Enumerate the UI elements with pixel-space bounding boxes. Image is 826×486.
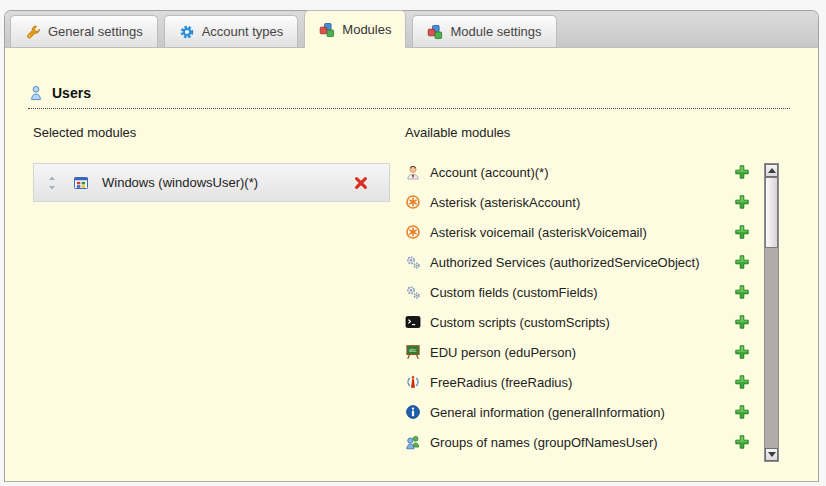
terminal-icon — [405, 314, 421, 330]
add-icon — [734, 284, 750, 300]
add-icon — [734, 224, 750, 240]
group-icon — [405, 434, 421, 450]
chalkboard-icon: abc — [405, 344, 421, 360]
scrollbar-track[interactable] — [765, 177, 778, 448]
tab-general-settings[interactable]: General settings — [10, 15, 158, 47]
selected-modules-label: Selected modules — [33, 125, 136, 140]
add-icon — [734, 404, 750, 420]
info-icon — [405, 404, 421, 420]
add-module-button[interactable] — [734, 224, 750, 240]
wrench-icon — [25, 24, 41, 40]
antenna-icon — [405, 374, 421, 390]
triangle-down-icon — [768, 452, 776, 457]
scroll-up-button[interactable] — [765, 164, 778, 177]
add-module-button[interactable] — [734, 284, 750, 300]
available-module-label: Custom scripts (customScripts) — [430, 315, 610, 330]
add-icon — [734, 254, 750, 270]
available-modules-list: Account (account)(*) Asterisk (asteriskA… — [405, 157, 753, 457]
tab-account-types[interactable]: Account types — [164, 15, 299, 47]
selected-module-row: Windows (windowsUser)(*) — [33, 163, 390, 202]
add-icon — [734, 344, 750, 360]
windows-icon — [73, 175, 89, 191]
add-icon — [734, 164, 750, 180]
gears-icon — [405, 254, 421, 270]
available-module-row: Asterisk voicemail (asteriskVoicemail) — [405, 217, 753, 247]
available-module-row: Account (account)(*) — [405, 157, 753, 187]
available-module-row: Authorized Services (authorizedServiceOb… — [405, 247, 753, 277]
available-module-row: Custom fields (customFields) — [405, 277, 753, 307]
account-person-icon — [405, 164, 421, 180]
available-module-label: Asterisk voicemail (asteriskVoicemail) — [430, 225, 647, 240]
available-module-label: FreeRadius (freeRadius) — [430, 375, 572, 390]
add-module-button[interactable] — [734, 194, 750, 210]
available-module-label: Account (account)(*) — [430, 165, 549, 180]
available-modules-scrollbar[interactable] — [764, 163, 779, 462]
add-module-button[interactable] — [734, 434, 750, 450]
section-title: Users — [52, 85, 91, 101]
add-icon — [734, 434, 750, 450]
available-module-row: Asterisk (asteriskAccount) — [405, 187, 753, 217]
gear-icon — [179, 24, 195, 40]
gears-icon — [405, 284, 421, 300]
available-modules-label: Available modules — [405, 125, 510, 140]
available-module-row: FreeRadius (freeRadius) — [405, 367, 753, 397]
svg-text:abc: abc — [409, 348, 417, 353]
available-module-label: Groups of names (groupOfNamesUser) — [430, 435, 658, 450]
available-module-label: General information (generalInformation) — [430, 405, 665, 420]
available-module-row: abc EDU person (eduPerson) — [405, 337, 753, 367]
settings-panel: General settings Account types Modules M… — [4, 10, 819, 482]
lam-configuration-page: General settings Account types Modules M… — [0, 0, 826, 486]
users-section-header: Users — [28, 85, 790, 109]
drag-handle-icon[interactable] — [46, 175, 58, 191]
add-module-button[interactable] — [734, 344, 750, 360]
add-module-button[interactable] — [734, 254, 750, 270]
add-icon — [734, 374, 750, 390]
available-module-label: EDU person (eduPerson) — [430, 345, 576, 360]
selected-modules-list: Windows (windowsUser)(*) — [33, 163, 390, 202]
add-module-button[interactable] — [734, 314, 750, 330]
add-icon — [734, 194, 750, 210]
add-icon — [734, 314, 750, 330]
users-icon — [28, 85, 44, 101]
available-module-label: Asterisk (asteriskAccount) — [430, 195, 580, 210]
triangle-up-icon — [768, 168, 776, 173]
available-module-label: Custom fields (customFields) — [430, 285, 598, 300]
selected-module-label: Windows (windowsUser)(*) — [102, 175, 258, 190]
tab-bar: General settings Account types Modules M… — [5, 11, 818, 48]
modules-icon — [427, 24, 443, 40]
add-module-button[interactable] — [734, 374, 750, 390]
tab-module-settings[interactable]: Module settings — [412, 15, 556, 47]
available-module-row: Groups of names (groupOfNamesUser) — [405, 427, 753, 457]
add-module-button[interactable] — [734, 164, 750, 180]
available-module-row: Custom scripts (customScripts) — [405, 307, 753, 337]
asterisk-icon — [405, 194, 421, 210]
add-module-button[interactable] — [734, 404, 750, 420]
modules-icon — [319, 22, 335, 38]
available-module-label: Authorized Services (authorizedServiceOb… — [430, 255, 700, 270]
delete-icon — [353, 175, 369, 191]
remove-module-button[interactable] — [353, 175, 369, 191]
tab-modules[interactable]: Modules — [304, 10, 406, 48]
scrollbar-thumb[interactable] — [765, 177, 778, 248]
available-module-row: General information (generalInformation) — [405, 397, 753, 427]
asterisk-icon — [405, 224, 421, 240]
scroll-down-button[interactable] — [765, 448, 778, 461]
